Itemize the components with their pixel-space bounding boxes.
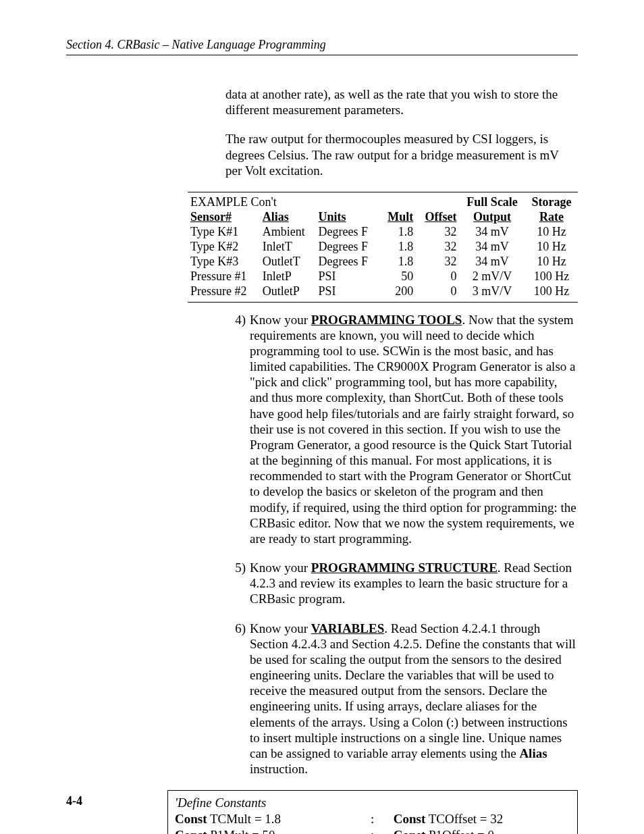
col-rate: Rate (525, 210, 578, 225)
col-fullscale-top: Full Scale (459, 195, 525, 210)
list-marker: 6) (225, 621, 246, 636)
col-storage-top: Storage (525, 195, 578, 210)
numbered-list: 4) Know your PROGRAMMING TOOLS. Now that… (225, 312, 578, 777)
table-caption: EXAMPLE Con't (188, 195, 459, 210)
col-units: Units (316, 210, 380, 225)
list-item-5: 5) Know your PROGRAMMING STRUCTURE. Read… (250, 560, 578, 607)
running-header: Section 4. CRBasic – Native Language Pro… (66, 38, 578, 55)
code-comment: 'Define Constants (175, 795, 570, 811)
table-row: Type K#2InletTDegrees F1.83234 mV10 Hz (188, 240, 578, 255)
list-item-4: 4) Know your PROGRAMMING TOOLS. Now that… (250, 312, 578, 547)
col-sensor: Sensor# (188, 210, 260, 225)
body-paragraph-1: data at another rate), as well as the ra… (225, 86, 578, 118)
table-row: Pressure #1InletPPSI5002 mV/V100 Hz (188, 269, 578, 284)
list-item-6: 6) Know your VARIABLES. Read Section 4.2… (250, 621, 578, 777)
col-alias: Alias (260, 210, 316, 225)
list-marker: 4) (225, 312, 246, 328)
table-row: Type K#1AmbientDegrees F1.83234 mV10 Hz (188, 225, 578, 240)
col-output: Output (459, 210, 525, 225)
code-example: 'Define Constants Const TCMult = 1.8 : C… (167, 790, 578, 834)
table-row: Type K#3OutletTDegrees F1.83234 mV10 Hz (188, 255, 578, 269)
table-row: Pressure #2OutletPPSI20003 mV/V100 Hz (188, 284, 578, 299)
body-paragraph-2: The raw output for thermocouples measure… (225, 131, 578, 178)
col-mult: Mult (380, 210, 417, 225)
example-table: EXAMPLE Con't Full Scale Storage Sensor#… (188, 192, 578, 303)
col-offset: Offset (416, 210, 459, 225)
page-number: 4-4 (66, 794, 82, 808)
list-marker: 5) (225, 560, 246, 575)
